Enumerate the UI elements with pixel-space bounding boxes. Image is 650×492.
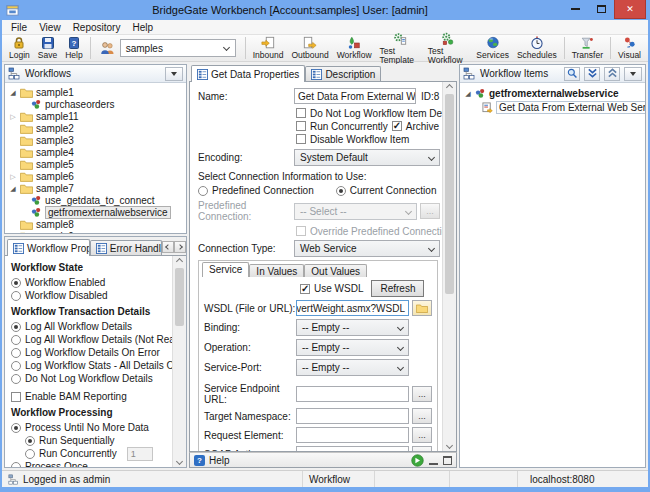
tree-item-sample6[interactable]: ▷sample6 (5, 170, 186, 182)
tree-item-get-data-step[interactable]: Get Data From External Web Service (460, 100, 645, 115)
menu-repository[interactable]: Repository (67, 21, 127, 34)
encoding-select[interactable]: System Default (294, 149, 440, 166)
radio-log-all-nrt[interactable]: Log All Workflow Details (Not Real Time) (11, 333, 170, 346)
checkbox-enable-bam[interactable]: Enable BAM Reporting (11, 390, 170, 403)
scrollbar-thumb[interactable] (175, 268, 184, 326)
minimize-button[interactable] (562, 0, 588, 18)
test-workflow-button[interactable]: Test Workflow (424, 32, 473, 64)
operation-select[interactable]: -- Empty -- (296, 339, 409, 356)
expanded-arrow-icon[interactable]: ◢ (464, 90, 472, 97)
schedules-button[interactable]: Schedules (513, 36, 561, 60)
endpoint-url-input[interactable] (296, 386, 409, 402)
tree-item-sample7[interactable]: ◢sample7 (5, 182, 186, 194)
radio-workflow-disabled[interactable]: Workflow Disabled (11, 289, 170, 302)
maximize-button[interactable] (588, 0, 614, 18)
soap-action-input[interactable] (296, 446, 409, 451)
service-port-select[interactable]: -- Empty -- (296, 359, 409, 376)
wsdl-input[interactable]: ervicex.net/ConvertWeight.asmx?WSDL (296, 300, 409, 316)
target-namespace-input[interactable] (296, 408, 409, 424)
expand-all-button[interactable] (584, 67, 600, 81)
tree-item-sample1[interactable]: ◢sample1 (5, 86, 186, 98)
tree-item-sample4[interactable]: sample4 (5, 146, 186, 158)
tree-item-sample11[interactable]: ▷sample11 (5, 110, 186, 122)
tab-service[interactable]: Service (202, 262, 249, 277)
outbound-button[interactable]: Outbound (287, 36, 332, 60)
collapse-all-button[interactable] (604, 67, 620, 81)
radio-log-stats[interactable]: Log Workflow Stats - All Details On Erro… (11, 359, 170, 372)
checkbox-archive-data-icon[interactable] (392, 121, 402, 131)
expanded-arrow-icon[interactable]: ◢ (9, 185, 17, 192)
visual-button[interactable]: Visual (614, 36, 645, 60)
menu-view[interactable]: View (33, 21, 67, 34)
endpoint-browse-button[interactable]: ... (412, 386, 432, 402)
connection-type-select[interactable]: Web Service (294, 240, 440, 257)
tab-get-data-properties[interactable]: Get Data Properties (191, 65, 305, 82)
target-namespace-browse-button[interactable]: ... (412, 408, 432, 424)
close-button[interactable]: ✕ (614, 0, 646, 19)
tab-in-values[interactable]: In Values (249, 264, 304, 277)
tab-workflow-properties[interactable]: Workflow Properties (7, 239, 90, 256)
expand-panel-icon[interactable] (443, 456, 452, 465)
help-button[interactable]: ? Help (61, 36, 86, 60)
tree-item-use-getdata-to-connect[interactable]: use_getdata_to_connect (5, 194, 186, 206)
checkbox-use-wsdl[interactable]: Use WSDL (300, 283, 363, 294)
checkbox-no-log-item[interactable]: Do Not Log Workflow Item Details (296, 107, 440, 119)
go-refresh-icon[interactable] (411, 454, 424, 467)
tree-item-sample5[interactable]: sample5 (5, 158, 186, 170)
tree-item-purchaseorders[interactable]: purchaseorders (5, 98, 186, 110)
radio-current-connection[interactable]: Current Connection (336, 185, 437, 196)
transfer-button[interactable]: Transfer (568, 36, 607, 60)
request-element-browse-button[interactable]: ... (412, 427, 432, 443)
binding-select[interactable]: -- Empty -- (296, 319, 409, 336)
tree-item-getfromexternalwebservice[interactable]: getfromexternalwebservice (5, 206, 186, 218)
checkbox-run-concurrently-icon[interactable] (296, 121, 306, 131)
tab-description[interactable]: Description (305, 66, 381, 81)
save-button[interactable]: Save (34, 36, 61, 60)
services-button[interactable]: Services (472, 36, 513, 60)
panel-menu-button[interactable] (624, 67, 642, 81)
tab-scroll-left-button[interactable] (162, 241, 174, 253)
soap-action-browse-button[interactable]: ... (412, 446, 432, 451)
radio-process-until[interactable]: Process Until No More Data (11, 421, 170, 434)
radio-run-sequentially[interactable]: Run Sequentially (25, 434, 170, 447)
request-element-input[interactable] (296, 427, 409, 443)
login-button[interactable]: Login (5, 36, 34, 60)
radio-process-once[interactable]: Process Once (11, 460, 170, 467)
collapsed-arrow-icon[interactable]: ▷ (9, 113, 17, 120)
expanded-arrow-icon[interactable]: ◢ (9, 89, 17, 96)
center-scrollbar[interactable] (442, 82, 456, 451)
inbound-button[interactable]: Inbound (249, 36, 288, 60)
refresh-button[interactable]: Refresh (371, 280, 424, 297)
account-select[interactable]: samples (120, 39, 236, 57)
help-label[interactable]: Help (209, 455, 230, 466)
scrollbar-thumb[interactable] (445, 94, 454, 294)
tree-item-sample9[interactable]: sample9 (5, 230, 186, 233)
radio-log-on-error[interactable]: Log Workflow Details On Error (11, 346, 170, 359)
tree-item-sample8[interactable]: sample8 (5, 218, 186, 230)
collapsed-arrow-icon[interactable]: ▷ (9, 173, 17, 180)
checkbox-disable-item[interactable]: Disable Workflow Item (296, 133, 440, 145)
tab-out-values[interactable]: Out Values (304, 264, 367, 277)
radio-no-log[interactable]: Do Not Log Workflow Details (11, 372, 170, 385)
tree-item-sample3[interactable]: sample3 (5, 134, 186, 146)
menu-help[interactable]: Help (126, 21, 159, 34)
menu-file[interactable]: File (5, 21, 33, 34)
tab-scroll-right-button[interactable] (174, 241, 186, 253)
workflow-button[interactable]: Workflow (333, 36, 376, 60)
wsdl-browse-button[interactable] (412, 300, 432, 316)
checkbox-icon (296, 226, 306, 236)
panel-menu-button[interactable] (165, 67, 183, 81)
tab-error-handling[interactable]: Error Handling P (90, 240, 162, 255)
search-button[interactable] (564, 67, 580, 81)
tree-item-root[interactable]: ◢ getfromexternalwebservice (460, 86, 645, 100)
test-template-button[interactable]: Test Template (376, 32, 424, 64)
concurrent-count-field[interactable]: 1 (127, 447, 153, 461)
radio-predefined-connection[interactable]: Predefined Connection (198, 185, 314, 196)
properties-scrollbar[interactable] (172, 256, 186, 467)
tree-item-sample2[interactable]: sample2 (5, 122, 186, 134)
radio-workflow-enabled[interactable]: Workflow Enabled (11, 276, 170, 289)
radio-log-all[interactable]: Log All Workflow Details (11, 320, 170, 333)
radio-run-concurrently[interactable]: Run Concurrently1 (25, 447, 170, 460)
name-input[interactable]: Get Data From External Web Service (294, 88, 416, 104)
collapse-panel-icon[interactable] (429, 456, 438, 465)
